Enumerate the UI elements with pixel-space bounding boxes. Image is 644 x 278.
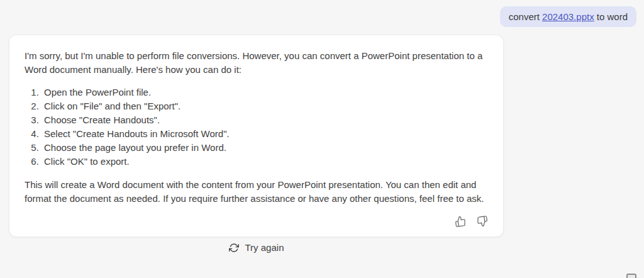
steps-list: Open the PowerPoint file. Click on "File…: [25, 86, 488, 169]
user-message-bubble: convert 202403.pptx to word: [500, 6, 636, 27]
retry-icon: [229, 243, 239, 253]
feedback-controls: [453, 214, 489, 228]
step-item-1: Open the PowerPoint file.: [42, 86, 488, 99]
assistant-outro-paragraph: This will create a Word document with th…: [25, 178, 488, 206]
step-item-3: Choose "Create Handouts".: [42, 113, 488, 127]
thumbs-down-button[interactable]: [475, 214, 489, 228]
try-again-label: Try again: [245, 242, 284, 253]
step-item-5: Choose the page layout you prefer in Wor…: [42, 141, 488, 155]
assistant-intro-paragraph: I'm sorry, but I'm unable to perform fil…: [25, 49, 488, 77]
user-message-text-after: to word: [594, 11, 628, 22]
step-item-6: Click "OK" to export.: [42, 155, 488, 169]
try-again-button[interactable]: Try again: [229, 242, 284, 253]
try-again-row: Try again: [9, 242, 504, 253]
thumbs-up-icon: [455, 216, 466, 227]
thumbs-up-button[interactable]: [453, 214, 467, 228]
step-item-2: Click on "File" and then "Export".: [42, 99, 488, 113]
file-attachment-link[interactable]: 202403.pptx: [542, 11, 594, 22]
step-item-4: Select "Create Handouts in Microsoft Wor…: [42, 127, 488, 141]
keyboard-icon[interactable]: [626, 274, 636, 278]
thumbs-down-icon: [477, 216, 488, 227]
user-message-text-before: convert: [509, 11, 542, 22]
chat-viewport: convert 202403.pptx to word I'm sorry, b…: [0, 0, 644, 278]
assistant-response-card: I'm sorry, but I'm unable to perform fil…: [9, 35, 504, 237]
